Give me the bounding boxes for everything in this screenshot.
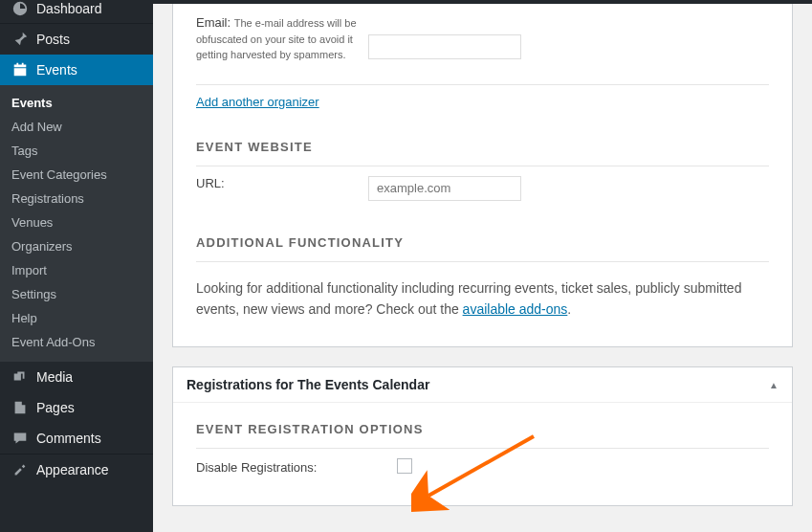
submenu-settings[interactable]: Settings	[0, 282, 153, 306]
registrations-metabox-toggle[interactable]: Registrations for The Events Calendar ▲	[173, 367, 792, 403]
menu-label: Appearance	[36, 462, 109, 477]
email-field-cell: Email: The e-mail address will be obfusc…	[196, 15, 368, 63]
content-area: Email: The e-mail address will be obfusc…	[153, 4, 812, 532]
event-details-metabox: Email: The e-mail address will be obfusc…	[172, 4, 793, 347]
registration-options-heading: EVENT REGISTRATION OPTIONS	[196, 422, 769, 436]
menu-label: Pages	[36, 400, 75, 415]
menu-media[interactable]: Media	[0, 362, 153, 392]
registrations-panel-title: Registrations for The Events Calendar	[187, 377, 429, 392]
comments-icon	[11, 430, 31, 447]
disable-registrations-label: Disable Registrations:	[196, 460, 397, 475]
submenu-add-new[interactable]: Add New	[0, 115, 153, 139]
menu-label: Dashboard	[36, 1, 102, 16]
submenu-events[interactable]: Events	[0, 91, 153, 115]
menu-label: Posts	[36, 32, 70, 47]
organizer-email-input[interactable]	[368, 34, 521, 59]
submenu-help[interactable]: Help	[0, 306, 153, 330]
available-addons-link[interactable]: available add-ons	[463, 301, 568, 317]
email-label: Email:	[196, 15, 230, 30]
calendar-icon	[11, 61, 31, 78]
appearance-icon	[11, 461, 31, 478]
media-icon	[11, 368, 31, 386]
url-label: URL:	[196, 176, 368, 190]
add-organizer-link[interactable]: Add another organizer	[196, 95, 319, 109]
menu-label: Media	[36, 369, 73, 385]
admin-sidebar: Dashboard Posts Events Events Add New Ta…	[0, 0, 153, 532]
event-url-input[interactable]	[368, 176, 521, 201]
menu-dashboard[interactable]: Dashboard	[0, 0, 153, 23]
pin-icon	[11, 31, 31, 48]
chevron-up-icon: ▲	[769, 380, 779, 390]
menu-appearance[interactable]: Appearance	[0, 454, 153, 485]
submenu-tags[interactable]: Tags	[0, 139, 153, 163]
submenu-registrations[interactable]: Registrations	[0, 187, 153, 211]
submenu-organizers[interactable]: Organizers	[0, 234, 153, 258]
pages-icon	[11, 399, 31, 416]
submenu-event-addons[interactable]: Event Add-Ons	[0, 330, 153, 354]
menu-label: Events	[36, 62, 77, 78]
submenu-import[interactable]: Import	[0, 258, 153, 282]
menu-label: Comments	[36, 431, 101, 446]
registrations-metabox: Registrations for The Events Calendar ▲ …	[172, 366, 793, 506]
submenu-event-categories[interactable]: Event Categories	[0, 163, 153, 187]
additional-functionality-text: Looking for additional functionality inc…	[196, 277, 769, 321]
menu-posts[interactable]: Posts	[0, 24, 153, 55]
divider	[196, 261, 769, 262]
dashboard-icon	[11, 0, 31, 17]
additional-functionality-heading: ADDITIONAL FUNCTIONALITY	[196, 235, 769, 250]
disable-registrations-checkbox[interactable]	[397, 458, 412, 474]
event-website-heading: EVENT WEBSITE	[196, 140, 769, 154]
menu-comments[interactable]: Comments	[0, 423, 153, 454]
submenu-venues[interactable]: Venues	[0, 211, 153, 234]
events-submenu: Events Add New Tags Event Categories Reg…	[0, 85, 153, 362]
menu-pages[interactable]: Pages	[0, 392, 153, 423]
menu-events[interactable]: Events	[0, 55, 153, 85]
